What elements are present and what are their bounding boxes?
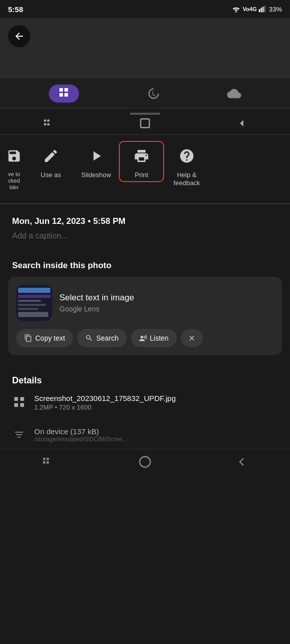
tab-recent[interactable]	[146, 87, 160, 101]
nav-square[interactable]	[138, 117, 152, 132]
search-icon	[85, 334, 93, 342]
search-label: Search	[96, 334, 118, 342]
svg-rect-23	[20, 397, 24, 401]
caption-input[interactable]: Add a caption...	[12, 231, 278, 240]
storage-path: /storage/emulated/0/DCIM/Scree...	[34, 436, 127, 443]
file-icon	[13, 395, 26, 409]
nav-container	[0, 109, 290, 135]
storage-label: On device (137 kB)	[34, 427, 127, 436]
signal-icon	[259, 6, 267, 13]
svg-rect-18	[18, 304, 46, 306]
slideshow-icon	[88, 148, 104, 164]
listen-label: Listen	[150, 334, 169, 342]
svg-rect-2	[262, 7, 263, 12]
lens-actions: Copy text Search Listen	[16, 329, 274, 347]
bottom-back-icon	[235, 455, 249, 469]
bottom-menu-icon	[41, 455, 55, 469]
print-label: Print	[135, 171, 149, 179]
status-icons: Vo4G 33%	[232, 6, 282, 13]
action-print[interactable]: Print	[119, 141, 164, 182]
bottom-nav-back[interactable]	[235, 455, 249, 471]
menu-icon	[42, 117, 55, 130]
file-icon-wrap	[12, 395, 26, 409]
bottom-circle-icon	[138, 455, 152, 469]
help-icon	[179, 148, 195, 164]
svg-rect-11	[47, 123, 49, 125]
nav-back[interactable]	[235, 117, 248, 132]
print-icon	[133, 148, 150, 164]
search-section-title: Search inside this photo	[8, 261, 282, 271]
svg-rect-15	[18, 288, 50, 293]
svg-point-30	[140, 457, 151, 467]
action-use-as[interactable]: Use as	[28, 141, 74, 182]
copy-text-button[interactable]: Copy text	[16, 329, 73, 347]
photos-icon	[58, 87, 70, 99]
search-button[interactable]: Search	[77, 329, 126, 347]
print-icon-wrap	[129, 144, 154, 168]
detail-row-file: Screenshot_20230612_175832_UPDF.jpg 1.2M…	[12, 394, 278, 411]
svg-rect-10	[44, 123, 46, 125]
svg-rect-12	[140, 119, 149, 127]
listen-button[interactable]: Listen	[131, 329, 177, 347]
action-slideshow[interactable]: Slideshow	[74, 141, 119, 182]
lens-title: Select text in image	[59, 293, 134, 303]
svg-rect-8	[44, 119, 46, 121]
back-icon	[14, 31, 25, 42]
svg-rect-4	[59, 88, 63, 92]
listen-icon	[139, 334, 147, 342]
storage-icon	[13, 429, 25, 441]
svg-rect-26	[43, 458, 46, 460]
svg-rect-5	[64, 88, 68, 92]
svg-rect-22	[14, 397, 18, 401]
svg-rect-17	[18, 300, 41, 302]
svg-rect-7	[64, 93, 68, 97]
help-icon-wrap	[175, 144, 199, 168]
bottom-storage-row: On device (137 kB) /storage/emulated/0/D…	[0, 423, 290, 445]
svg-rect-9	[47, 119, 49, 121]
file-resolution: 1.2MP • 720 x 1600	[34, 404, 278, 411]
use-as-label: Use as	[41, 171, 61, 179]
photo-info: Mon, Jun 12, 2023 • 5:58 PM Add a captio…	[0, 204, 290, 261]
svg-rect-1	[261, 8, 262, 13]
status-time: 5:58	[8, 5, 23, 14]
signal-text: Vo4G	[243, 6, 257, 12]
back-button[interactable]	[8, 25, 30, 47]
svg-rect-3	[264, 6, 265, 13]
cloud-icon	[227, 87, 241, 101]
bottom-handle	[130, 113, 160, 115]
svg-rect-6	[59, 93, 63, 97]
copy-icon	[24, 334, 32, 342]
file-detail-content: Screenshot_20230612_175832_UPDF.jpg 1.2M…	[34, 394, 278, 411]
bottom-nav-menu[interactable]	[41, 455, 55, 471]
bottom-nav	[0, 449, 290, 477]
nav-back-icon	[235, 117, 248, 130]
action-save-locked[interactable]: ve tockedlder	[0, 141, 28, 194]
copy-text-label: Copy text	[35, 334, 65, 342]
tab-cloud[interactable]	[227, 87, 241, 101]
nav-menu[interactable]	[42, 117, 55, 132]
help-label: Help &feedback	[174, 171, 200, 187]
status-bar: 5:58 Vo4G 33%	[0, 0, 290, 18]
slideshow-label: Slideshow	[81, 171, 111, 179]
save-locked-icon-wrap	[2, 144, 26, 168]
lens-info: Select text in image Google Lens	[59, 293, 134, 313]
square-icon	[138, 117, 152, 130]
tab-photos[interactable]	[49, 85, 79, 103]
action-help[interactable]: Help &feedback	[164, 141, 209, 190]
svg-rect-16	[18, 295, 50, 298]
svg-rect-27	[47, 458, 49, 460]
tab-bar	[0, 78, 290, 109]
filename: Screenshot_20230612_175832_UPDF.jpg	[34, 394, 278, 403]
battery-text: 33%	[269, 6, 282, 13]
bottom-nav-circle[interactable]	[138, 455, 152, 471]
lens-subtitle: Google Lens	[59, 305, 134, 313]
svg-rect-20	[18, 312, 48, 317]
more-button[interactable]	[181, 329, 203, 347]
use-as-icon	[43, 148, 59, 164]
svg-rect-29	[47, 461, 49, 464]
lens-thumbnail	[16, 285, 52, 321]
top-area	[0, 18, 290, 78]
details-title: Details	[12, 375, 278, 386]
svg-marker-13	[94, 151, 101, 161]
save-locked-icon	[7, 148, 22, 164]
